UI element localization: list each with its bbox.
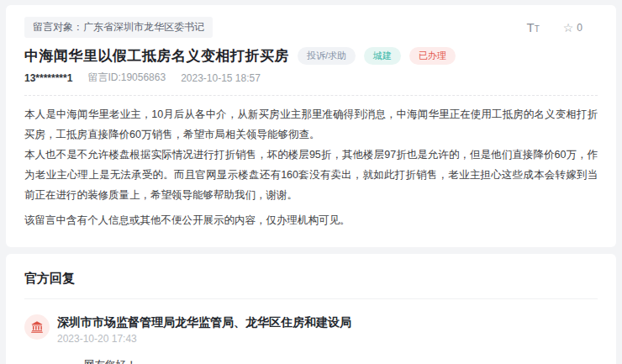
page: 留言对象：广东省深圳市龙华区委书记 TT ☆ 0 中海闻华里以假工抵房名义变相打… bbox=[0, 0, 622, 364]
reply-body: 网友您好！ 您反映的有关问题已收悉，现回复如下： 关于房屋打折销售的问题。根据《… bbox=[84, 356, 598, 364]
message-body: 本人是中海闻华里老业主，10月后从各中介，从新买房业主那里准确得到消息，中海闻华… bbox=[24, 104, 598, 230]
privacy-note: 该留言中含有个人信息或其他不便公开展示的内容，仅办理机构可见。 bbox=[24, 210, 598, 230]
reply-paragraph: 网友您好！ bbox=[84, 356, 598, 364]
message-header-row: 留言对象：广东省深圳市龙华区委书记 TT ☆ 0 bbox=[24, 17, 598, 38]
message-paragraph: 本人也不是不允许楼盘根据实际情况进行打折销售，坏的楼层95折，其他楼层97折也是… bbox=[24, 145, 598, 205]
message-title: 中海闻华里以假工抵房名义变相打折买房 bbox=[24, 46, 289, 66]
recipient-badge: 留言对象：广东省深圳市龙华区委书记 bbox=[24, 17, 213, 38]
message-card: 留言对象：广东省深圳市龙华区委书记 TT ☆ 0 中海闻华里以假工抵房名义变相打… bbox=[6, 5, 616, 247]
tag-complaint-type: 投诉/求助 bbox=[298, 47, 356, 65]
reply-agency-block: 深圳市市场监督管理局龙华监管局、龙华区住房和建设局 2023-10-20 17:… bbox=[57, 314, 351, 345]
message-toolbar: TT ☆ 0 bbox=[526, 21, 598, 34]
reply-date: 2023-10-20 17:43 bbox=[57, 333, 351, 345]
tag-status-badge: 已办理 bbox=[409, 47, 456, 65]
favorite-button[interactable]: ☆ 0 bbox=[563, 21, 582, 34]
tag-domain-category: 城建 bbox=[364, 47, 401, 65]
favorite-count: 0 bbox=[577, 22, 582, 34]
message-paragraph: 本人是中海闻华里老业主，10月后从各中介，从新买房业主那里准确得到消息，中海闻华… bbox=[24, 104, 598, 145]
font-size-icon-small-t: T bbox=[535, 24, 540, 34]
government-building-icon bbox=[24, 314, 50, 340]
official-reply-heading: 官方回复 bbox=[24, 271, 598, 287]
title-row: 中海闻华里以假工抵房名义变相打折买房 投诉/求助 城建 已办理 bbox=[24, 46, 598, 66]
star-icon: ☆ bbox=[563, 21, 574, 34]
message-time: 2023-10-15 18:57 bbox=[181, 72, 261, 84]
font-size-icon[interactable]: TT bbox=[526, 21, 539, 34]
reply-divider bbox=[24, 298, 598, 299]
meta-row: 13********1 留言ID:19056863 2023-10-15 18:… bbox=[24, 71, 598, 85]
reply-header: 深圳市市场监督管理局龙华监管局、龙华区住房和建设局 2023-10-20 17:… bbox=[24, 314, 598, 345]
dashed-divider bbox=[24, 95, 598, 96]
official-reply-card: 官方回复 深圳市市场监督管理局龙华监管局、龙华区住房和建设局 2023-10-2… bbox=[6, 254, 616, 364]
message-id: 留言ID:19056863 bbox=[87, 71, 166, 85]
user-masked-phone: 13********1 bbox=[24, 72, 72, 84]
font-size-icon-large-t: T bbox=[526, 20, 534, 34]
reply-agency-name: 深圳市市场监督管理局龙华监管局、龙华区住房和建设局 bbox=[57, 314, 351, 330]
